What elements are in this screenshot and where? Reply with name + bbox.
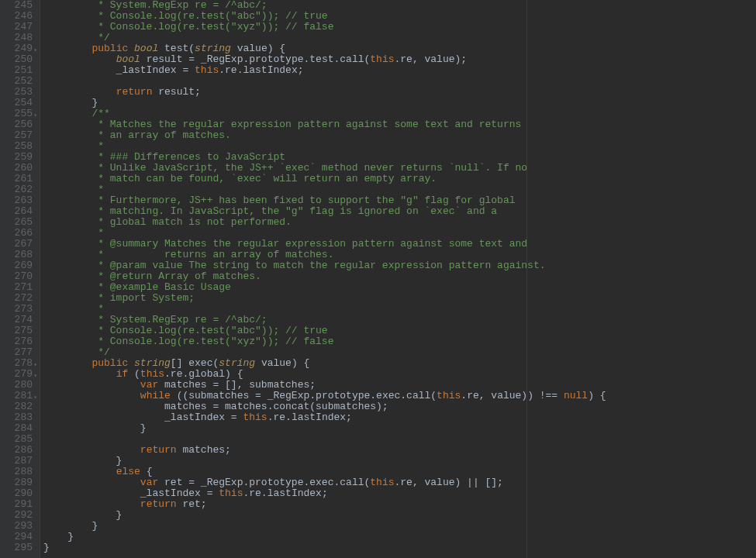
code-line[interactable]: * Matches the regular expression pattern… bbox=[43, 119, 756, 130]
code-line[interactable]: } bbox=[43, 98, 756, 108]
code-line[interactable]: var matches = [], submatches; bbox=[43, 380, 756, 391]
code-line[interactable]: * ### Differences to JavaScript bbox=[43, 152, 756, 163]
code-line[interactable]: * @param value The string to match the r… bbox=[43, 260, 756, 271]
code-line[interactable]: while ((submatches = _RegExp.prototype.e… bbox=[43, 391, 756, 401]
token-ident: _lastIndex = bbox=[43, 487, 219, 499]
code-line[interactable]: else { bbox=[43, 467, 756, 477]
code-line[interactable]: } bbox=[43, 423, 756, 434]
token-this: this bbox=[219, 487, 243, 499]
token-comment: * System.RegExp re = /^abc/; bbox=[43, 314, 268, 326]
line-number-gutter: 245246247248249▾250251252253254255▾25625… bbox=[0, 0, 40, 558]
code-line[interactable]: } bbox=[43, 456, 756, 467]
code-line[interactable]: * matching. In JavaScript, the "g" flag … bbox=[43, 206, 756, 217]
code-line[interactable]: * bbox=[43, 141, 756, 152]
code-line[interactable]: } bbox=[43, 510, 756, 521]
code-line[interactable]: * bbox=[43, 184, 756, 195]
code-line[interactable]: */ bbox=[43, 347, 756, 358]
code-line[interactable]: bool result = _RegExp.prototype.test.cal… bbox=[43, 54, 756, 65]
code-line[interactable]: * an array of matches. bbox=[43, 130, 756, 141]
token-comment: * System.RegExp re = /^abc/; bbox=[43, 0, 268, 11]
code-line[interactable]: _lastIndex = this.re.lastIndex; bbox=[43, 412, 756, 423]
token-comment: * Console.log(re.test("abc")); // true bbox=[43, 325, 328, 336]
line-number: 268 bbox=[0, 250, 36, 260]
line-number: 249▾ bbox=[0, 43, 36, 54]
line-number: 266 bbox=[0, 228, 36, 239]
code-line[interactable]: * Unlike JavaScript, the JS++ `exec` met… bbox=[43, 163, 756, 174]
code-line[interactable]: if (this.re.global) { bbox=[43, 369, 756, 380]
code-line[interactable]: * @summary Matches the regular expressio… bbox=[43, 239, 756, 250]
token-keyword: if bbox=[116, 368, 129, 380]
token-comment: */ bbox=[43, 346, 110, 358]
token-comment: * Console.log(re.test("abc")); // true bbox=[43, 10, 328, 22]
token-comment: */ bbox=[43, 32, 110, 43]
code-line[interactable]: * Console.log(re.test("abc")); // true bbox=[43, 11, 756, 22]
code-line[interactable]: * import System; bbox=[43, 293, 756, 304]
code-line[interactable]: * global match is not performed. bbox=[43, 217, 756, 228]
token-ident: _lastIndex = bbox=[43, 412, 243, 423]
line-number: 263 bbox=[0, 195, 36, 206]
token-ident: .re.global) { bbox=[164, 368, 243, 380]
code-line[interactable]: * System.RegExp re = /^abc/; bbox=[43, 315, 756, 326]
token-comment: * Unlike JavaScript, the JS++ `exec` met… bbox=[43, 162, 527, 174]
token-ident: .re, value) || []; bbox=[395, 477, 503, 488]
code-line[interactable]: * Furthermore, JS++ has been fixed to su… bbox=[43, 195, 756, 206]
code-line[interactable]: _lastIndex = this.re.lastIndex; bbox=[43, 488, 756, 499]
code-line[interactable]: } bbox=[43, 521, 756, 532]
line-number: 267 bbox=[0, 239, 36, 250]
code-line[interactable]: return ret; bbox=[43, 499, 756, 510]
code-line[interactable]: * Console.log(re.test("abc")); // true bbox=[43, 326, 756, 336]
code-line[interactable]: * bbox=[43, 228, 756, 239]
line-number: 260 bbox=[0, 163, 36, 174]
code-line[interactable]: * returns an array of matches. bbox=[43, 250, 756, 260]
code-line[interactable]: * System.RegExp re = /^abc/; bbox=[43, 0, 756, 11]
code-line[interactable] bbox=[43, 76, 756, 87]
code-line[interactable]: * Console.log(re.test("xyz")); // false bbox=[43, 22, 756, 33]
token-this: this bbox=[437, 390, 461, 401]
token-ident: { bbox=[140, 466, 153, 477]
token-comment: * ### Differences to JavaScript bbox=[43, 151, 285, 163]
code-line[interactable] bbox=[43, 434, 756, 445]
code-line[interactable]: } bbox=[43, 542, 756, 553]
token-ident: .re.lastIndex; bbox=[243, 487, 327, 499]
code-line[interactable]: public string[] exec(string value) { bbox=[43, 358, 756, 369]
token-comment: * @summary Matches the regular expressio… bbox=[43, 238, 527, 250]
code-line[interactable]: * @example Basic Usage bbox=[43, 282, 756, 293]
token-ident: .re.lastIndex; bbox=[219, 64, 303, 76]
line-number: 251 bbox=[0, 65, 36, 76]
line-number: 294 bbox=[0, 532, 36, 542]
token-string-type: string bbox=[195, 43, 231, 54]
token-ident bbox=[43, 357, 91, 369]
code-line[interactable]: * match can be found, `exec` will return… bbox=[43, 174, 756, 184]
code-line[interactable]: return matches; bbox=[43, 445, 756, 456]
code-line[interactable]: var ret = _RegExp.prototype.exec.call(th… bbox=[43, 477, 756, 488]
code-line[interactable]: */ bbox=[43, 33, 756, 43]
token-ident: ( bbox=[128, 368, 140, 380]
code-line[interactable]: } bbox=[43, 532, 756, 542]
token-ident: } bbox=[43, 542, 50, 553]
code-line[interactable]: return result; bbox=[43, 87, 756, 98]
code-line[interactable]: * Console.log(re.test("xyz")); // false bbox=[43, 336, 756, 347]
token-comment: * import System; bbox=[43, 292, 195, 304]
line-number: 286 bbox=[0, 445, 36, 456]
token-comment: * Matches the regular expression pattern… bbox=[43, 119, 521, 130]
token-ident: ret; bbox=[177, 498, 207, 510]
code-line[interactable]: public bool test(string value) { bbox=[43, 43, 756, 54]
token-keyword: var bbox=[140, 379, 158, 391]
token-type: bool bbox=[116, 53, 140, 65]
token-keyword: return bbox=[140, 444, 177, 456]
line-number: 246 bbox=[0, 11, 36, 22]
token-comment: * Console.log(re.test("xyz")); // false bbox=[43, 336, 333, 347]
code-line[interactable]: /** bbox=[43, 108, 756, 119]
line-number: 283 bbox=[0, 412, 36, 423]
token-keyword: else bbox=[116, 466, 140, 477]
line-number: 285 bbox=[0, 434, 36, 445]
code-line[interactable]: * @return Array of matches. bbox=[43, 271, 756, 282]
line-number: 282 bbox=[0, 401, 36, 412]
token-comment: * an array of matches. bbox=[43, 129, 231, 141]
code-line[interactable]: _lastIndex = this.re.lastIndex; bbox=[43, 65, 756, 76]
token-ident: } bbox=[43, 520, 98, 532]
code-editor-area[interactable]: * System.RegExp re = /^abc/; * Console.l… bbox=[40, 0, 756, 558]
code-line[interactable]: matches = matches.concat(submatches); bbox=[43, 401, 756, 412]
code-line[interactable]: * bbox=[43, 304, 756, 315]
token-ident bbox=[43, 444, 140, 456]
